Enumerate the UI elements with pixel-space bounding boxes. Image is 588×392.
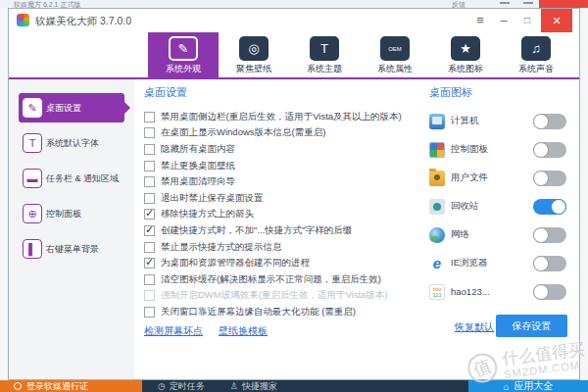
checkbox-row[interactable]: 强制开启DWM玻璃效果(重启后生效，适用于Vista版本) xyxy=(144,288,428,305)
sidebar-item-label: 任务栏 & 通知区域 xyxy=(46,172,119,185)
tab[interactable]: ♫ 系统声音 xyxy=(501,32,571,77)
checkbox[interactable] xyxy=(144,274,155,285)
sidebar-item-label: 控制面板 xyxy=(46,208,81,220)
links-row: 检测屏幕坏点壁纸换模板 xyxy=(144,324,268,338)
save-settings-button[interactable]: 保存设置 xyxy=(496,315,567,337)
checkbox[interactable] xyxy=(144,307,155,318)
tab-label: 系统属性 xyxy=(360,63,430,75)
desktop-icon-label: 计算机 xyxy=(451,115,533,127)
checkbox-label: 禁用桌面侧边栏(重启后生效，适用于Vista及其以上的版本) xyxy=(161,111,402,123)
sidebar-item[interactable]: ⊕ 控制面板 xyxy=(19,199,124,228)
checkbox[interactable] xyxy=(144,112,155,122)
checkbox-label: 隐藏所有桌面内容 xyxy=(161,143,235,156)
menu-button[interactable]: ≡ xyxy=(471,9,489,32)
tab-label: 系统声音 xyxy=(501,63,571,75)
computer-icon xyxy=(429,114,445,129)
sidebar-item[interactable]: ▬ 任务栏 & 通知区域 xyxy=(19,164,124,193)
checkbox-row[interactable]: 禁止显示快捷方式的提示信息 xyxy=(144,239,428,256)
maximize-button[interactable]: □ xyxy=(518,9,536,32)
toggle-knob xyxy=(533,256,549,271)
login-section[interactable]: 登录软媒通行证 xyxy=(0,380,142,392)
desktop-icon-list: 计算机 控制面板 用户文件 回收站 xyxy=(429,107,566,306)
checkbox-label: 禁用桌面清理向导 xyxy=(161,175,235,188)
checkbox[interactable] xyxy=(144,225,155,236)
toggle-switch[interactable] xyxy=(533,227,566,243)
bottom-bar-middle: ◷ 定时任务 ♙ 快捷搬家 xyxy=(142,380,468,392)
checkbox[interactable] xyxy=(144,176,155,187)
tab[interactable]: ◎ 聚焦壁纸 xyxy=(219,32,289,77)
checkbox-label: 强制开启DWM玻璃效果(重启后生效，适用于Vista版本) xyxy=(161,289,388,302)
checkbox-list: 禁用桌面侧边栏(重启后生效，适用于Vista及其以上的版本) 在桌面上显示Win… xyxy=(144,109,428,320)
control-panel-icon: ⊕ xyxy=(23,204,42,223)
checkbox-row[interactable]: 为桌面和资源管理器创建不同的进程 xyxy=(144,255,428,271)
toggle-switch[interactable] xyxy=(533,114,566,129)
sidebar-item[interactable]: ▌ 右键菜单背景 xyxy=(19,234,124,264)
sidebar-item[interactable]: T 系统默认字体 xyxy=(19,128,124,158)
toggle-switch[interactable] xyxy=(533,284,566,300)
action-link[interactable]: 壁纸换模板 xyxy=(219,324,268,338)
checkbox-label: 禁止显示快捷方式的提示信息 xyxy=(161,241,282,254)
tab[interactable]: ★ 系统图标 xyxy=(430,32,501,77)
toggle-knob xyxy=(533,142,549,158)
desktop-settings-icon: ✎ xyxy=(23,98,42,118)
checkbox[interactable] xyxy=(144,290,155,301)
checkbox-row[interactable]: 创建快捷方式时，不加"...快捷方式"字样的后缀 xyxy=(144,222,428,239)
checkbox-row[interactable]: 清空图标缓存(解决图标显示不正常问题，重启后生效) xyxy=(144,271,428,288)
checkbox-row[interactable]: 在桌面上显示Windows版本信息(需重启) xyxy=(144,125,428,142)
checkbox[interactable] xyxy=(144,258,155,269)
toggle-knob xyxy=(533,171,549,186)
outer-maximize-button[interactable] xyxy=(523,2,533,4)
sidebar-item-label: 桌面设置 xyxy=(46,102,81,115)
checkbox-row[interactable]: 退出时禁止保存桌面设置 xyxy=(144,190,428,207)
desktop-icon-row: 回收站 xyxy=(429,192,566,220)
tab[interactable]: T 系统主题 xyxy=(289,32,360,77)
bottom-bar-item[interactable]: ◷ 定时任务 xyxy=(158,380,205,392)
app-title: 软媒美化大师 3.7.0.0 xyxy=(35,9,131,32)
outer-minimize-button[interactable] xyxy=(500,2,510,4)
restore-defaults-link[interactable]: 恢复默认 xyxy=(455,320,494,334)
sidebar-item[interactable]: ✎ 桌面设置 xyxy=(19,93,124,122)
checkbox-row[interactable]: 禁用桌面侧边栏(重启后生效，适用于Vista及其以上的版本) xyxy=(144,109,428,125)
sidebar: ✎ 桌面设置 T 系统默认字体 ▬ 任务栏 & 通知区域 ⊕ 控制面板 ▌ 右键… xyxy=(9,79,134,379)
checkbox-row[interactable]: 禁止更换桌面壁纸 xyxy=(144,158,428,174)
bottom-bar-item-label: 快捷搬家 xyxy=(242,380,277,392)
user-icon xyxy=(14,382,22,390)
close-button[interactable]: ✕ xyxy=(541,9,572,32)
outer-titlebar: 软媒魔方 6.2.1 正式版 反馈 xyxy=(0,0,588,8)
action-link[interactable]: 检测屏幕坏点 xyxy=(144,324,203,338)
checkbox[interactable] xyxy=(144,144,155,155)
checkbox-label: 清空图标缓存(解决图标显示不正常问题，重启后生效) xyxy=(161,273,381,286)
toggle-switch[interactable] xyxy=(533,171,566,186)
content-panel: 桌面设置 禁用桌面侧边栏(重启后生效，适用于Vista及其以上的版本) 在桌面上… xyxy=(134,79,579,379)
sidebar-item-label: 系统默认字体 xyxy=(46,137,99,150)
checkbox[interactable] xyxy=(144,127,155,138)
tab[interactable]: ✎ 系统外观 xyxy=(148,32,219,77)
tab[interactable]: OEM 系统属性 xyxy=(360,32,430,77)
minimize-button[interactable]: – xyxy=(495,9,513,32)
network-icon xyxy=(429,227,445,243)
toggle-knob xyxy=(533,227,549,243)
checkbox-row[interactable]: 禁用桌面清理向导 xyxy=(144,173,428,190)
toggle-switch[interactable] xyxy=(533,142,566,158)
outer-close-button[interactable] xyxy=(539,0,588,8)
checkbox-row[interactable]: 隐藏所有桌面内容 xyxy=(144,141,428,158)
bottom-bar-item[interactable]: ♙ 快捷搬家 xyxy=(230,380,277,392)
checkbox-row[interactable]: 关闭窗口靠近屏幕边缘自动最大化功能 (需重启) xyxy=(144,304,428,320)
login-label: 登录软媒通行证 xyxy=(26,380,88,392)
titlebar: 软媒美化大师 3.7.0.0 ≡ – □ ✕ xyxy=(9,9,579,32)
window-body: ✎ 桌面设置 T 系统默认字体 ▬ 任务栏 & 通知区域 ⊕ 控制面板 ▌ 右键… xyxy=(9,79,579,379)
desktop-icon-row: IE浏览器 xyxy=(429,249,566,277)
tab-label: 系统主题 xyxy=(289,63,360,75)
checkbox-label: 移除快捷方式上的箭头 xyxy=(161,208,254,220)
checkbox[interactable] xyxy=(144,161,155,172)
toggle-switch[interactable] xyxy=(533,256,566,271)
checkbox[interactable] xyxy=(144,209,155,220)
checkbox[interactable] xyxy=(144,242,155,253)
font-icon: T xyxy=(23,133,42,153)
checkbox[interactable] xyxy=(144,193,155,204)
checkbox-row[interactable]: 移除快捷方式上的箭头 xyxy=(144,207,428,223)
desktop-icon-label: IE浏览器 xyxy=(451,257,533,270)
toggle-switch[interactable] xyxy=(533,199,566,215)
checkbox-label: 为桌面和资源管理器创建不同的进程 xyxy=(161,257,310,270)
tab-label: 系统图标 xyxy=(430,63,501,75)
